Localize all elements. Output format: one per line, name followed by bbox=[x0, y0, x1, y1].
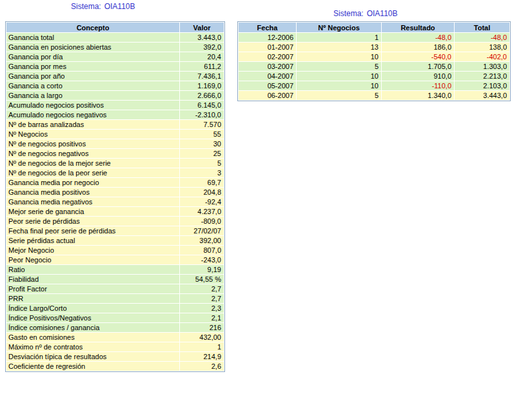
concept-label: Ganancia a corto bbox=[6, 81, 180, 91]
concept-value: 6.145,0 bbox=[180, 101, 224, 110]
concept-label: Ganancia media por negocio bbox=[6, 178, 180, 188]
concepto-column-header: Concepto bbox=[6, 23, 180, 33]
fecha-cell: 01-2007 bbox=[239, 43, 297, 52]
concept-row: Mejor serie de ganancia4.237,0 bbox=[6, 207, 224, 217]
concept-label: Ratio bbox=[6, 265, 180, 275]
concept-label: Nº de negocios negativos bbox=[6, 149, 180, 159]
concept-value: 214,9 bbox=[180, 352, 224, 362]
resultado-cell: 186,0 bbox=[382, 43, 455, 52]
concept-row: Ganancia por mes611,2 bbox=[6, 62, 224, 72]
concept-row: Fiabilidad54,55 % bbox=[6, 275, 224, 284]
concept-row: Nº Negocios55 bbox=[6, 130, 224, 139]
concept-label: Índice Positivos/Negativos bbox=[6, 313, 180, 323]
concept-label: Nº de negocios de la mejor serie bbox=[6, 159, 180, 168]
total-cell: 2.213,0 bbox=[455, 72, 510, 81]
system-name: OIA110B bbox=[367, 9, 398, 18]
concept-row: Ganancia por año7.436,1 bbox=[6, 72, 224, 81]
concept-row: Peor Negocio-243,0 bbox=[6, 255, 224, 265]
monthly-row: 05-200710-110,02.103,0 bbox=[239, 81, 510, 91]
concept-row: PRR2,7 bbox=[6, 294, 224, 304]
concept-value: -92,4 bbox=[180, 197, 224, 207]
concept-row: Nº de negocios positivos30 bbox=[6, 139, 224, 149]
concept-value: 9,19 bbox=[180, 265, 224, 275]
concept-row: Desviación típica de resultados214,9 bbox=[6, 352, 224, 362]
concept-row: Ganancia a largo2.666,0 bbox=[6, 91, 224, 101]
concept-table-body: Ganancia total3.443,0Ganancia en posicio… bbox=[6, 33, 224, 371]
concept-label: Ganancia a largo bbox=[6, 91, 180, 101]
concept-row: Ganancia por día20,4 bbox=[6, 52, 224, 62]
resultado-cell: -110,0 bbox=[382, 81, 455, 91]
concept-label: Coeficiente de regresión bbox=[6, 362, 180, 371]
concept-row: Coeficiente de regresión2,6 bbox=[6, 362, 224, 371]
concept-label: Serie pérdidas actual bbox=[6, 236, 180, 246]
concept-label: Ganancia media positivos bbox=[6, 188, 180, 197]
concept-label: Ganancia en posiciones abiertas bbox=[6, 43, 180, 52]
concept-value: 2,3 bbox=[180, 304, 224, 313]
system-label: Sistema: bbox=[333, 9, 364, 18]
concept-label: Índice comisiones / ganancia bbox=[6, 323, 180, 333]
concept-label: Peor serie de pérdidas bbox=[6, 217, 180, 226]
right-system-title: Sistema:OIA110B bbox=[333, 9, 398, 18]
concept-value: 4.237,0 bbox=[180, 207, 224, 217]
concept-label: Nº de negocios de la peor serie bbox=[6, 168, 180, 178]
concept-row: Acumulado negocios positivos6.145,0 bbox=[6, 101, 224, 110]
concept-value: 3 bbox=[180, 168, 224, 178]
concept-value: 7.436,1 bbox=[180, 72, 224, 81]
negocios-cell: 5 bbox=[297, 91, 382, 101]
concept-row: Ganancia media positivos204,8 bbox=[6, 188, 224, 197]
concept-label: Fecha final peor serie de pérdidas bbox=[6, 226, 180, 236]
monthly-row: 03-200751.705,01.303,0 bbox=[239, 62, 510, 72]
resultado-column-header: Resultado bbox=[382, 23, 455, 33]
concept-row: Ganancia media negativos-92,4 bbox=[6, 197, 224, 207]
concept-value: 807,0 bbox=[180, 246, 224, 255]
concept-value: 216 bbox=[180, 323, 224, 333]
system-label: Sistema: bbox=[71, 2, 101, 11]
concept-value: 2,7 bbox=[180, 294, 224, 304]
concept-value: 27/02/07 bbox=[180, 226, 224, 236]
monthly-row: 01-200713186,0138,0 bbox=[239, 43, 510, 52]
concept-label: Mejor Negocio bbox=[6, 246, 180, 255]
concept-row: Acumulado negocios negativos-2.310,0 bbox=[6, 110, 224, 120]
concept-value: 204,8 bbox=[180, 188, 224, 197]
fecha-cell: 02-2007 bbox=[239, 52, 297, 62]
concept-row: Ganancia total3.443,0 bbox=[6, 33, 224, 43]
monthly-row: 02-200710-540,0-402,0 bbox=[239, 52, 510, 62]
concept-label: Nº Negocios bbox=[6, 130, 180, 139]
concept-value: -243,0 bbox=[180, 255, 224, 265]
resultado-cell: -540,0 bbox=[382, 52, 455, 62]
concept-value: 7.570 bbox=[180, 120, 224, 130]
valor-column-header: Valor bbox=[180, 23, 224, 33]
concept-row: Nº de negocios negativos25 bbox=[6, 149, 224, 159]
resultado-cell: 1.340,0 bbox=[382, 91, 455, 101]
concept-value: 2.666,0 bbox=[180, 91, 224, 101]
concept-row: Ganancia media por negocio69,7 bbox=[6, 178, 224, 188]
concept-label: Fiabilidad bbox=[6, 275, 180, 284]
concept-label: Ganancia por mes bbox=[6, 62, 180, 72]
fecha-cell: 03-2007 bbox=[239, 62, 297, 72]
concept-label: Ganancia por año bbox=[6, 72, 180, 81]
concept-value: 5 bbox=[180, 159, 224, 168]
negocios-cell: 5 bbox=[297, 62, 382, 72]
left-system-title: Sistema:OIA110B bbox=[71, 2, 135, 11]
fecha-cell: 12-2006 bbox=[239, 33, 297, 43]
total-column-header: Total bbox=[455, 23, 510, 33]
resultado-cell: 910,0 bbox=[382, 72, 455, 81]
monthly-header-row: Fecha Nº Negocios Resultado Total bbox=[239, 23, 510, 33]
monthly-row: 04-200710910,02.213,0 bbox=[239, 72, 510, 81]
concept-stats-table: Concepto Valor Ganancia total3.443,0Gana… bbox=[5, 21, 225, 372]
system-report-screen: Sistema:OIA110B Sistema:OIA110B Concepto… bbox=[0, 0, 532, 403]
concept-row: Peor serie de pérdidas-809,0 bbox=[6, 217, 224, 226]
total-cell: 1.303,0 bbox=[455, 62, 510, 72]
concept-row: Nº de negocios de la peor serie3 bbox=[6, 168, 224, 178]
concept-label: Nº de barras analizadas bbox=[6, 120, 180, 130]
concept-label: Peor Negocio bbox=[6, 255, 180, 265]
monthly-row: 06-200751.340,03.443,0 bbox=[239, 91, 510, 101]
monthly-results-table-grid: Fecha Nº Negocios Resultado Total 12-200… bbox=[238, 22, 510, 101]
concept-label: Desviación típica de resultados bbox=[6, 352, 180, 362]
concept-label: Ganancia total bbox=[6, 33, 180, 43]
concept-row: Serie pérdidas actual392,00 bbox=[6, 236, 224, 246]
concept-label: Ganancia media negativos bbox=[6, 197, 180, 207]
negocios-column-header: Nº Negocios bbox=[297, 23, 382, 33]
total-cell: 138,0 bbox=[455, 43, 510, 52]
monthly-results-table: Fecha Nº Negocios Resultado Total 12-200… bbox=[237, 21, 511, 101]
